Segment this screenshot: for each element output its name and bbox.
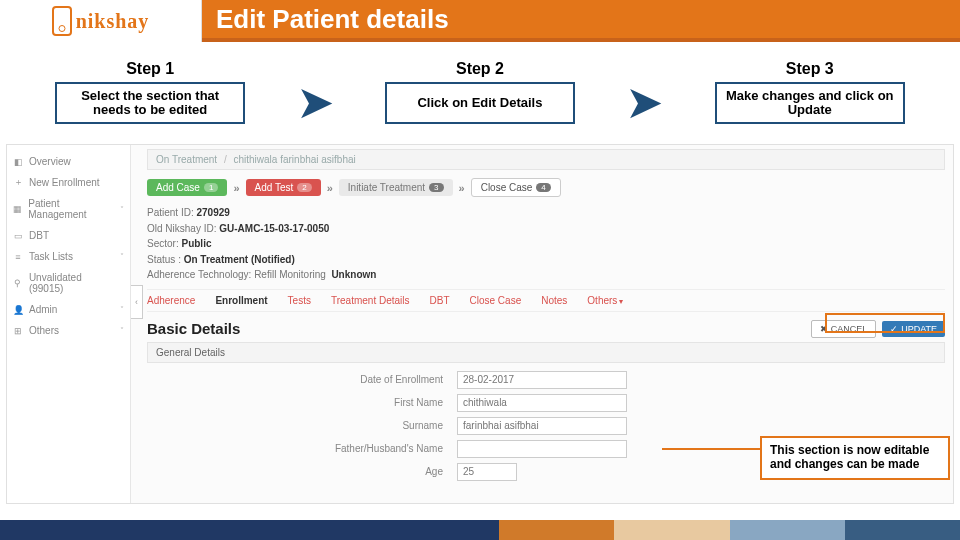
- sidebar-item-admin[interactable]: 👤Admin˅: [7, 299, 130, 320]
- tab-notes[interactable]: Notes: [541, 295, 567, 306]
- sidebar-item-label: Others: [29, 325, 59, 336]
- tab-dbt[interactable]: DBT: [430, 295, 450, 306]
- sidebar-item-label: DBT: [29, 230, 49, 241]
- chevron-right-icon: »: [233, 182, 239, 194]
- close-case-button[interactable]: Close Case4: [471, 178, 561, 197]
- chevron-down-icon: ▾: [619, 297, 623, 306]
- section-tabs: Adherence Enrollment Tests Treatment Det…: [147, 289, 945, 312]
- age-field[interactable]: 25: [457, 463, 517, 481]
- form-label: Date of Enrollment: [147, 374, 457, 385]
- sidebar-item-label: Patient Management: [28, 198, 114, 220]
- title-bar: nikshay Edit Patient details: [0, 0, 960, 42]
- father-husband-name-field[interactable]: [457, 440, 627, 458]
- sidebar-item-others[interactable]: ⊞Others˅: [7, 320, 130, 341]
- bell-icon: ⚲: [13, 278, 23, 288]
- sidebar-item-label: Overview: [29, 156, 71, 167]
- chevron-right-icon: »: [459, 182, 465, 194]
- cancel-button[interactable]: ✖CANCEL: [811, 320, 877, 338]
- chevron-right-icon: »: [327, 182, 333, 194]
- sidebar-item-overview[interactable]: ◧Overview: [7, 151, 130, 172]
- form-label: Age: [147, 466, 457, 477]
- steps-row: Step 1 Select the section that needs to …: [0, 52, 960, 132]
- section-header: General Details: [147, 342, 945, 363]
- initiate-treatment-button[interactable]: Initiate Treatment3: [339, 179, 453, 196]
- surname-field[interactable]: farinbhai asifbhai: [457, 417, 627, 435]
- close-icon: ✖: [820, 324, 828, 334]
- list-icon: ≡: [13, 252, 23, 262]
- sidebar-item-label: Unvalidated (99015): [29, 272, 118, 294]
- form-row: Surnamefarinbhai asifbhai: [147, 417, 945, 435]
- step3-box: Make changes and click on Update: [715, 82, 905, 124]
- workflow-strip: Add Case1 » Add Test2 » Initiate Treatme…: [147, 178, 945, 197]
- breadcrumb-sep: /: [224, 154, 227, 165]
- user-icon: 👤: [13, 305, 23, 315]
- add-test-button[interactable]: Add Test2: [246, 179, 321, 196]
- chevron-down-icon: ˅: [120, 305, 124, 314]
- sidebar-item-label: Task Lists: [29, 251, 73, 262]
- chevron-down-icon: ˅: [120, 326, 124, 335]
- card-icon: ▭: [13, 231, 23, 241]
- form-row: Date of Enrollment28-02-2017: [147, 371, 945, 389]
- sidebar: ◧Overview ＋New Enrollment ▦Patient Manag…: [7, 145, 131, 503]
- patient-info: Patient ID: 270929 Old Nikshay ID: GU-AM…: [147, 205, 945, 283]
- step3-title: Step 3: [786, 60, 834, 78]
- step1-box: Select the section that needs to be edit…: [55, 82, 245, 124]
- collapse-sidebar-button[interactable]: ‹: [131, 285, 143, 319]
- tab-others[interactable]: Others▾: [587, 295, 623, 306]
- apps-icon: ⊞: [13, 326, 23, 336]
- check-icon: ✓: [890, 324, 898, 334]
- callout-connector: [662, 448, 762, 450]
- add-case-button[interactable]: Add Case1: [147, 179, 227, 196]
- overview-icon: ◧: [13, 157, 23, 167]
- grid-icon: ▦: [13, 204, 22, 214]
- first-name-field[interactable]: chithiwala: [457, 394, 627, 412]
- tab-close-case[interactable]: Close Case: [470, 295, 522, 306]
- sidebar-item-dbt[interactable]: ▭DBT: [7, 225, 130, 246]
- sidebar-item-label: Admin: [29, 304, 57, 315]
- brand-logo: nikshay: [0, 0, 202, 42]
- chevron-down-icon: ˅: [120, 205, 124, 214]
- sidebar-item-task-lists[interactable]: ≡Task Lists˅: [7, 246, 130, 267]
- breadcrumb: On Treatment / chithiwala farinbhai asif…: [147, 149, 945, 170]
- update-button[interactable]: ✓UPDATE: [882, 321, 945, 337]
- tab-adherence[interactable]: Adherence: [147, 295, 195, 306]
- footer-stripe: [0, 520, 960, 540]
- sidebar-item-unvalidated[interactable]: ⚲Unvalidated (99015): [7, 267, 130, 299]
- breadcrumb-a[interactable]: On Treatment: [156, 154, 217, 165]
- plus-icon: ＋: [13, 178, 23, 188]
- page-title: Edit Patient details: [202, 0, 960, 42]
- form-label: First Name: [147, 397, 457, 408]
- panel-title: Basic Details: [147, 320, 240, 337]
- sidebar-item-new-enrollment[interactable]: ＋New Enrollment: [7, 172, 130, 193]
- brand-name: nikshay: [76, 10, 150, 33]
- step1-title: Step 1: [126, 60, 174, 78]
- tab-tests[interactable]: Tests: [288, 295, 311, 306]
- sidebar-item-patient-management[interactable]: ▦Patient Management˅: [7, 193, 130, 225]
- form-label: Father/Husband's Name: [147, 443, 457, 454]
- phone-icon: [52, 6, 72, 36]
- step2-title: Step 2: [456, 60, 504, 78]
- date-of-enrollment-field[interactable]: 28-02-2017: [457, 371, 627, 389]
- form-label: Surname: [147, 420, 457, 431]
- form-row: First Namechithiwala: [147, 394, 945, 412]
- chevron-down-icon: ˅: [120, 252, 124, 261]
- sidebar-item-label: New Enrollment: [29, 177, 100, 188]
- breadcrumb-b: chithiwala farinbhai asifbhai: [233, 154, 355, 165]
- tab-enrollment[interactable]: Enrollment: [215, 295, 267, 306]
- editable-callout: This section is now editable and changes…: [760, 436, 950, 480]
- step2-box: Click on Edit Details: [385, 82, 575, 124]
- tab-treatment[interactable]: Treatment Details: [331, 295, 410, 306]
